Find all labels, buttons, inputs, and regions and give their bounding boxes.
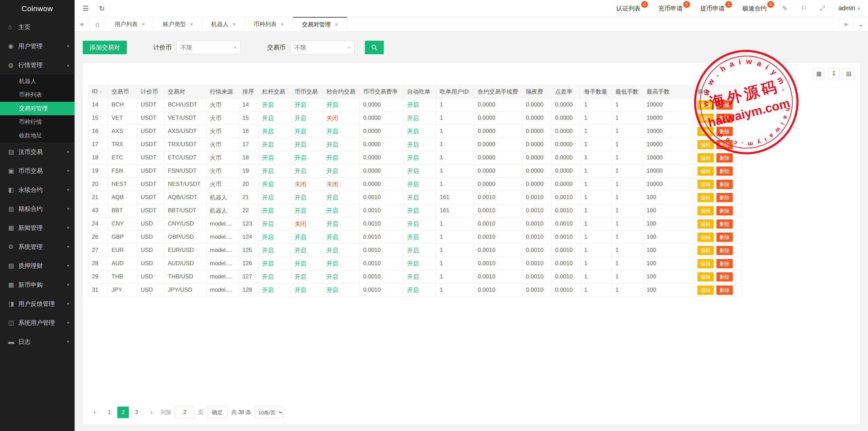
tabs-more-icon[interactable]: ⌄: [853, 17, 868, 32]
sidebar-item-3[interactable]: ▤法币交易▾: [0, 142, 75, 161]
sidebar-item-5[interactable]: ◧永续合约▾: [0, 180, 75, 199]
edit-button[interactable]: 编辑: [697, 233, 714, 242]
cell-contract_fee: 0.0000: [474, 164, 522, 178]
tab-交易对管理[interactable]: 交易对管理×: [293, 17, 347, 32]
column-header-ID[interactable]: ID▴▾: [88, 85, 108, 98]
next-page-icon[interactable]: ›: [146, 407, 157, 418]
jump-unit: 页: [198, 409, 203, 416]
delete-button[interactable]: 删除: [716, 286, 733, 295]
edit-button[interactable]: 编辑: [697, 153, 714, 162]
delete-button[interactable]: 删除: [716, 166, 733, 176]
delete-button[interactable]: 删除: [716, 259, 733, 268]
delete-button[interactable]: 删除: [716, 114, 733, 123]
sidebar-item-9[interactable]: ▨质押理财▾: [0, 256, 75, 275]
topbar-link-认证列表[interactable]: 认证列表0: [616, 4, 643, 13]
cell-second: 开启: [323, 283, 360, 297]
tabs-scroll-left-icon[interactable]: «: [75, 17, 90, 32]
close-icon[interactable]: ×: [281, 21, 284, 27]
delete-button[interactable]: 删除: [716, 100, 733, 110]
tag-icon[interactable]: ⚐: [801, 5, 806, 12]
sidebar-item-10[interactable]: ▩新币申购▾: [0, 275, 75, 294]
sidebar-subitem-币种行情[interactable]: 币种行情: [0, 115, 75, 129]
tab-用户列表[interactable]: 用户列表×: [106, 17, 154, 32]
add-pair-button[interactable]: 添加交易对: [83, 41, 127, 54]
cell-sort: 20: [239, 178, 259, 191]
column-filter-button[interactable]: ▦: [813, 68, 825, 79]
sidebar-subitem-机器人[interactable]: 机器人: [0, 75, 75, 88]
delete-button[interactable]: 删除: [716, 180, 733, 189]
page-button-1[interactable]: 1: [104, 407, 115, 418]
collapse-menu-icon[interactable]: ☰: [83, 4, 89, 13]
edit-button[interactable]: 编辑: [697, 114, 714, 123]
cell-source: 机器人: [206, 204, 239, 217]
edit-button[interactable]: 编辑: [697, 100, 714, 110]
edit-button[interactable]: 编辑: [697, 166, 714, 176]
delete-button[interactable]: 删除: [716, 206, 733, 215]
edit-button[interactable]: 编辑: [697, 206, 714, 215]
close-icon[interactable]: ×: [335, 22, 338, 28]
jump-page-input[interactable]: [175, 407, 195, 418]
sidebar-item-7[interactable]: ▦新闻管理▾: [0, 218, 75, 237]
sidebar-item-0[interactable]: ⌂主页: [0, 18, 75, 37]
user-menu[interactable]: admin ▾: [839, 5, 860, 12]
sidebar-item-2[interactable]: ◍行情管理▴: [0, 56, 75, 75]
cell-spot: 开启: [291, 270, 323, 283]
delete-button[interactable]: 删除: [716, 193, 733, 202]
cell-overnight: 0.0000: [522, 178, 552, 191]
sidebar-item-8[interactable]: ⚙系统管理▾: [0, 237, 75, 256]
edit-button[interactable]: 编辑: [697, 246, 714, 255]
edit-button[interactable]: 编辑: [697, 193, 714, 202]
delete-button[interactable]: 删除: [716, 127, 733, 136]
sort-icon[interactable]: ▴▾: [100, 90, 101, 94]
delete-button[interactable]: 删除: [716, 233, 733, 242]
delete-button[interactable]: 删除: [716, 246, 733, 255]
fullscreen-icon[interactable]: ⤢: [820, 5, 825, 12]
sidebar-subitem-交易对管理[interactable]: 交易对管理: [0, 102, 75, 115]
delete-button[interactable]: 删除: [716, 219, 733, 229]
prev-page-icon[interactable]: ‹: [89, 407, 100, 418]
sidebar-item-label: 系统管理: [18, 237, 75, 256]
export-button[interactable]: ↧: [828, 68, 840, 79]
close-icon[interactable]: ×: [142, 21, 145, 27]
edit-button[interactable]: 编辑: [697, 140, 714, 149]
sidebar-item-12[interactable]: ◫系统用户管理▾: [0, 313, 75, 332]
edit-button[interactable]: 编辑: [697, 272, 714, 281]
delete-button[interactable]: 删除: [716, 272, 733, 281]
edit-button[interactable]: 编辑: [697, 219, 714, 229]
tab-机器人[interactable]: 机器人×: [202, 17, 245, 32]
close-icon[interactable]: ×: [190, 21, 193, 27]
delete-button[interactable]: 删除: [716, 140, 733, 149]
tab-home[interactable]: ⌂: [90, 17, 106, 32]
sidebar-subitem-收款地址[interactable]: 收款地址: [0, 129, 75, 142]
sidebar-item-4[interactable]: ▣币币交易▾: [0, 161, 75, 180]
trade-coin-select[interactable]: 不限 ▾: [290, 41, 355, 54]
page-button-2[interactable]: 2: [117, 407, 129, 418]
sidebar-item-11[interactable]: ◨用户反馈管理▾: [0, 294, 75, 313]
delete-button[interactable]: 删除: [716, 153, 733, 162]
tab-币种列表[interactable]: 币种列表×: [245, 17, 293, 32]
sidebar-item-6[interactable]: ▥期权合约▾: [0, 199, 75, 218]
close-icon[interactable]: ×: [233, 21, 236, 27]
print-button[interactable]: ▤: [843, 68, 854, 79]
edit-button[interactable]: 编辑: [697, 286, 714, 295]
tab-账户类型[interactable]: 账户类型×: [154, 17, 202, 32]
search-button[interactable]: [365, 41, 384, 54]
tabs-scroll-right-icon[interactable]: »: [838, 17, 853, 32]
edit-button[interactable]: 编辑: [697, 180, 714, 189]
edit-button[interactable]: 编辑: [697, 259, 714, 268]
refresh-icon[interactable]: ↻: [99, 4, 105, 13]
page-button-3[interactable]: 3: [131, 407, 142, 418]
sidebar-item-13[interactable]: ▬日志▾: [0, 332, 75, 351]
edit-button[interactable]: 编辑: [697, 127, 714, 136]
topbar-link-充币申请[interactable]: 充币申请0: [658, 4, 685, 13]
sidebar-subitem-币种列表[interactable]: 币种列表: [0, 88, 75, 102]
message-icon[interactable]: ✎: [782, 5, 787, 12]
sidebar-item-1[interactable]: ◉用户管理▾: [0, 37, 75, 56]
topbar-link-极速合约[interactable]: 极速合约0: [742, 4, 769, 13]
quote-coin-select[interactable]: 不限 ▾: [176, 41, 241, 54]
page-size-select[interactable]: 10条/页: [255, 407, 283, 418]
confirm-button[interactable]: 确定: [207, 407, 228, 418]
topbar-link-提币申请[interactable]: 提币申请1: [700, 4, 727, 13]
cell-coin: JPY: [108, 283, 137, 297]
cell-source: 火币: [206, 164, 239, 178]
